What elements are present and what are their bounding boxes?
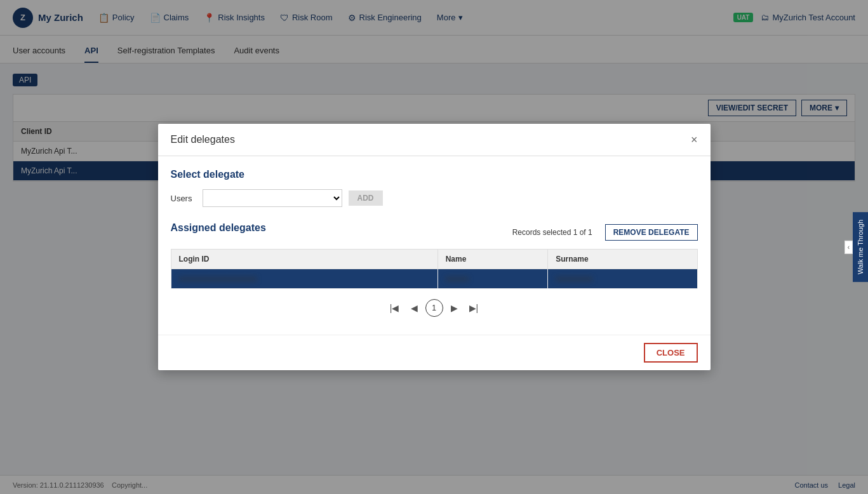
assigned-delegates-section: Assigned delegates Records selected 1 of… <box>171 222 698 289</box>
users-label: Users <box>171 194 196 203</box>
current-page: 1 <box>425 299 443 317</box>
col-login-id: Login ID <box>171 250 437 269</box>
walkthrough-collapse-button[interactable]: ‹ <box>845 240 853 253</box>
records-info: Records selected 1 of 1 <box>512 228 592 237</box>
remove-delegate-button[interactable]: REMOVE DELEGATE <box>605 224 698 241</box>
assigned-delegates-table: Login ID Name Surname ●●●●●●●●●●●●●●●●● … <box>171 249 698 289</box>
close-modal-button[interactable]: CLOSE <box>644 343 698 363</box>
prev-page-button[interactable]: ◀ <box>407 302 422 314</box>
table-row[interactable]: ●●●●●●●●●●●●●●●●● ●●●●● ●●●●●●●● <box>171 269 697 289</box>
select-delegate-section: Select delegate Users ADD <box>171 169 698 207</box>
assigned-controls: Records selected 1 of 1 REMOVE DELEGATE <box>512 224 698 241</box>
modal-overlay: Edit delegates × Select delegate Users A… <box>0 0 868 494</box>
col-name: Name <box>437 250 548 269</box>
cell-name: ●●●●● <box>437 269 548 289</box>
pagination: |◀ ◀ 1 ▶ ▶| <box>171 289 698 322</box>
assigned-delegates-title: Assigned delegates <box>171 222 266 234</box>
users-form-row: Users ADD <box>171 189 698 207</box>
add-button[interactable]: ADD <box>349 190 383 206</box>
modal-close-button[interactable]: × <box>691 134 698 145</box>
users-dropdown[interactable] <box>203 189 342 207</box>
walkthrough-tab[interactable]: Walk me Through <box>853 212 868 282</box>
walkthrough-sidebar: ‹ Walk me Through <box>845 212 868 282</box>
cell-surname: ●●●●●●●● <box>548 269 697 289</box>
select-delegate-title: Select delegate <box>171 169 698 180</box>
cell-login-id: ●●●●●●●●●●●●●●●●● <box>171 269 437 289</box>
modal-body: Select delegate Users ADD Assigned deleg… <box>158 156 711 335</box>
modal-header: Edit delegates × <box>158 124 711 156</box>
first-page-button[interactable]: |◀ <box>386 302 403 314</box>
col-surname: Surname <box>548 250 697 269</box>
modal-title: Edit delegates <box>171 134 235 145</box>
modal-footer: CLOSE <box>158 335 711 370</box>
edit-delegates-modal: Edit delegates × Select delegate Users A… <box>158 124 711 370</box>
next-page-button[interactable]: ▶ <box>447 302 462 314</box>
last-page-button[interactable]: ▶| <box>465 302 483 314</box>
assigned-delegates-header: Assigned delegates Records selected 1 of… <box>171 222 698 243</box>
